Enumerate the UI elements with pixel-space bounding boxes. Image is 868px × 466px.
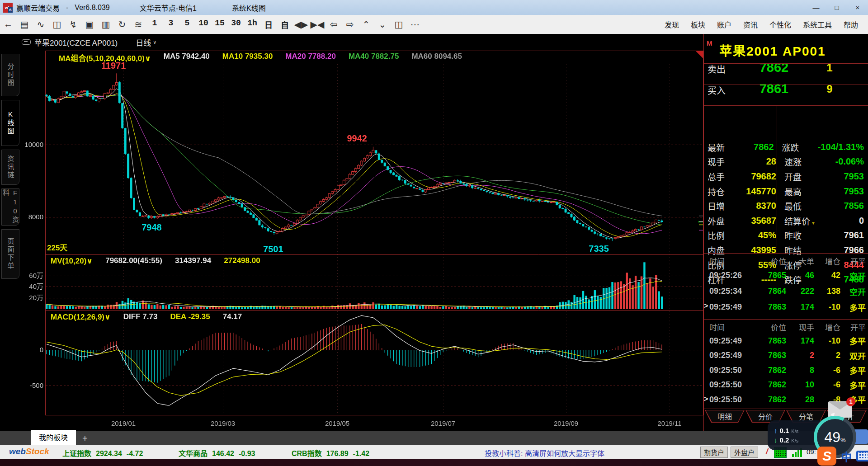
external-account-button[interactable]: 外盘户 xyxy=(731,447,758,458)
dropdown-arrow-icon[interactable]: ▼ xyxy=(811,221,816,226)
detail-tab-明细[interactable]: 明细 xyxy=(705,410,745,423)
order-panel-icon[interactable]: ▣ xyxy=(81,19,98,30)
menu-个性化[interactable]: 个性化 xyxy=(769,19,791,30)
ime-chinese-icon[interactable]: 中 xyxy=(841,448,852,464)
sidebar-tab-资讯链[interactable]: 资讯链 xyxy=(1,150,19,185)
quote-value: 0 xyxy=(821,216,868,226)
close-button[interactable]: × xyxy=(847,4,868,11)
maximize-button[interactable]: □ xyxy=(826,4,847,11)
ask-row[interactable]: 卖出 7862 1 xyxy=(704,58,868,79)
period-button-15[interactable]: 15 xyxy=(212,19,228,30)
refresh-icon[interactable]: ↻ xyxy=(114,19,130,30)
contract-name[interactable]: 苹果2001(CZCE AP001) xyxy=(34,37,118,48)
ask-price: 7862 xyxy=(744,60,804,75)
tape-row[interactable]: 09:25:50786210-6多平 xyxy=(704,378,868,393)
tick-tape: 时间价位现手增仓开平09:25:497863174-10多平09:25:4978… xyxy=(704,320,868,407)
period-selector[interactable]: 日线 xyxy=(136,37,151,48)
sidebar-tab-K线图[interactable]: K线图 xyxy=(1,100,19,146)
menu-发现[interactable]: 发现 xyxy=(665,19,679,30)
period-button-1h[interactable]: 1h xyxy=(244,19,260,30)
kline-icon[interactable]: ◫ xyxy=(49,19,65,30)
more-icon[interactable]: ⋯ xyxy=(407,19,423,30)
chevron-down-icon[interactable]: ∨ xyxy=(153,39,156,45)
quote-row[interactable]: 现手28速涨-0.06% xyxy=(704,155,868,169)
time-sharing-icon[interactable]: ∿ xyxy=(33,19,49,30)
tape-header: 时间价位大单增仓开平 xyxy=(704,254,868,268)
link-contract-icon[interactable] xyxy=(22,39,31,45)
tape-row[interactable]: 09:25:49786322双开 xyxy=(704,348,868,363)
period-button-3[interactable]: 3 xyxy=(163,19,179,30)
flash-order-icon[interactable]: ↯ xyxy=(65,19,81,30)
quote-row[interactable]: 比例45%昨收7961 xyxy=(704,228,868,243)
education-notice-link[interactable]: 投教小科普: 高清屏如何放大显示字体 xyxy=(485,447,604,458)
period-button-1[interactable]: 1 xyxy=(146,19,163,30)
scale-up-icon[interactable]: ⌃ xyxy=(358,19,374,30)
sidebar-tab-分时图[interactable]: 分时图 xyxy=(1,54,19,96)
quote-row[interactable]: 持仓145770最高7953 xyxy=(704,184,868,199)
quote-row[interactable]: 总手79682开盘7953 xyxy=(704,169,868,184)
back-icon[interactable]: ← xyxy=(0,19,16,30)
col-header: 增仓 xyxy=(814,255,840,267)
scale-down-icon[interactable]: ⌄ xyxy=(374,19,391,30)
tape-cell: 7865 xyxy=(753,271,786,280)
save-layout-icon[interactable]: ▥ xyxy=(98,19,114,30)
sidebar-tab-页面下单[interactable]: 页面下单 xyxy=(1,229,19,279)
quote-row[interactable]: 外盘35687结算价▼0 xyxy=(704,213,868,228)
col-header: 价位 xyxy=(753,255,786,267)
index-wenhua[interactable]: 文华商品146.42-0.93 xyxy=(179,447,259,458)
menu-系统工具[interactable]: 系统工具 xyxy=(803,19,832,30)
menu-板块[interactable]: 板块 xyxy=(691,19,705,30)
webstock-logo: webStock xyxy=(9,447,49,457)
tape-cell: 7863 xyxy=(753,351,786,360)
split-view-icon[interactable]: ◫ xyxy=(391,19,407,30)
kline-chart-canvas[interactable] xyxy=(22,51,704,430)
expand-bars-icon[interactable]: ◀▶ xyxy=(293,19,309,30)
quote-value: 7953 xyxy=(821,186,868,197)
add-tab-button[interactable]: + xyxy=(82,433,88,445)
tape-cell: 222 xyxy=(786,287,814,296)
tape-row[interactable]: 09:25:5078628-6多平 xyxy=(704,363,868,378)
futures-account-button[interactable]: 期货户 xyxy=(700,447,728,458)
quote-row[interactable]: 日增8370最低7856 xyxy=(704,198,868,213)
main-contract-flag: M xyxy=(707,39,712,47)
tape-header: 时间价位现手增仓开平 xyxy=(704,320,868,334)
menu-帮助[interactable]: 帮助 xyxy=(844,19,858,30)
tape-row[interactable]: 09:25:347864222138空开 xyxy=(704,283,868,299)
quote-row[interactable]: 最新7862涨跌-104/1.31% xyxy=(704,140,868,155)
period-button-日[interactable]: 日 xyxy=(260,19,277,30)
col-header: 开平 xyxy=(840,321,867,333)
period-button-自[interactable]: 自 xyxy=(277,19,293,30)
index-shanghai[interactable]: 上证指数2924.34-4.72 xyxy=(62,447,147,458)
tape-cell: 174 xyxy=(786,302,814,312)
download-speed: 0.2 xyxy=(780,436,789,444)
tape-row[interactable]: 09:25:497863174-10多平> xyxy=(704,299,868,315)
tab-my-board[interactable]: 我的板块 xyxy=(31,430,76,445)
bid-row[interactable]: 买入 7861 9 xyxy=(704,79,868,100)
period-button-10[interactable]: 10 xyxy=(195,19,212,30)
pan-left-icon[interactable]: ⇦ xyxy=(326,19,342,30)
quote-board-icon[interactable]: ▤ xyxy=(16,19,33,30)
keyboard-icon[interactable] xyxy=(856,451,868,461)
period-button-30[interactable]: 30 xyxy=(228,19,244,30)
index-crb[interactable]: CRB指数176.89-1.42 xyxy=(292,447,374,458)
pan-right-icon[interactable]: ⇨ xyxy=(342,19,358,30)
bottom-strip xyxy=(0,459,868,466)
upload-speed: 0.1 xyxy=(780,427,789,434)
message-envelope-icon[interactable]: 1 xyxy=(828,401,852,418)
tape-cell: 138 xyxy=(814,287,840,296)
app-logo-icon: wh6 xyxy=(3,3,13,13)
server-node: 文华云节点-电信1 xyxy=(140,2,197,13)
overlay-compare-icon[interactable]: ≋ xyxy=(130,19,146,30)
tape-cell: 09:25:50 xyxy=(709,366,753,375)
sidebar-tab-F10资料[interactable]: F10资料 xyxy=(1,188,19,226)
menu-账户[interactable]: 账户 xyxy=(717,19,731,30)
menu-资讯[interactable]: 资讯 xyxy=(743,19,758,30)
tape-row[interactable]: 09:25:2678654642空开 xyxy=(704,268,868,283)
sogou-icon[interactable]: S xyxy=(817,447,836,466)
tape-row[interactable]: 09:25:497863174-10多平 xyxy=(704,334,868,348)
quote-value: -0.06% xyxy=(821,156,868,167)
quote-label: 总手 xyxy=(708,170,736,183)
period-button-5[interactable]: 5 xyxy=(179,19,195,30)
minimize-button[interactable]: — xyxy=(806,4,826,11)
shrink-bars-icon[interactable]: ▶◀ xyxy=(309,19,326,30)
